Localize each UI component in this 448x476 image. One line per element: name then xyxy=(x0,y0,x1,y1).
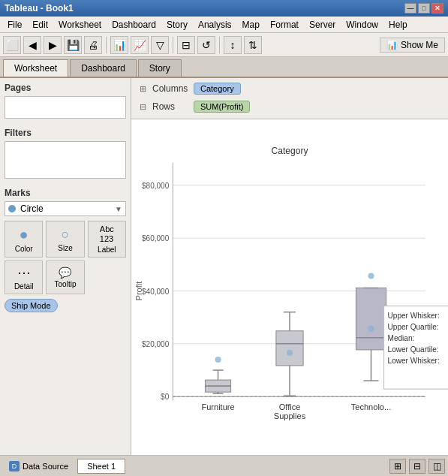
rows-pill[interactable]: SUM(Profit) xyxy=(194,101,250,113)
officesupplies-box xyxy=(276,331,303,366)
tooltip-upper-whisker-label: Upper Whisker: xyxy=(388,312,440,320)
datasource-icon: D xyxy=(9,461,20,471)
officesupplies-dot xyxy=(287,350,293,356)
new-button[interactable]: ⬜ xyxy=(3,36,21,54)
technology-dot-1 xyxy=(368,326,374,332)
menu-server[interactable]: Server xyxy=(305,18,340,32)
filter-button[interactable]: ⊟ xyxy=(177,36,195,54)
marks-detail-button[interactable]: ⋯ Detail xyxy=(5,261,43,294)
menu-file[interactable]: File xyxy=(3,18,26,32)
new-dashboard-button[interactable]: ⊟ xyxy=(409,459,425,474)
filters-label: Filters xyxy=(5,128,126,138)
chart-canvas: Category Profit $0 $20,000 $40,000 $60,0… xyxy=(131,119,448,455)
x-label-technology: Technolo... xyxy=(351,402,391,411)
color-label: Color xyxy=(15,245,33,253)
pages-label: Pages xyxy=(5,83,126,93)
chart-type-button[interactable]: 📈 xyxy=(131,36,149,54)
sheet1-tab[interactable]: Sheet 1 xyxy=(77,459,125,474)
filters-box xyxy=(5,141,126,179)
minimize-button[interactable]: — xyxy=(404,3,416,14)
x-label-furniture: Furniture xyxy=(201,402,234,411)
save-button[interactable]: 💾 xyxy=(64,36,82,54)
size-icon: ○ xyxy=(62,227,70,243)
close-button[interactable]: ✕ xyxy=(431,3,443,14)
tooltip-label: Tooltip xyxy=(55,280,77,288)
datasource-tab[interactable]: D Data Source xyxy=(3,459,74,474)
label-icon: Abc123 xyxy=(100,224,114,244)
menu-worksheet[interactable]: Worksheet xyxy=(54,18,106,32)
columns-label: Columns xyxy=(152,83,194,94)
show-me-button[interactable]: 📊 Show Me xyxy=(380,38,445,53)
title-bar: Tableau - Book1 — □ ✕ xyxy=(0,0,448,17)
y-label-0: $0 xyxy=(161,393,170,401)
menu-map[interactable]: Map xyxy=(238,18,264,32)
forward-button[interactable]: ▶ xyxy=(44,36,62,54)
size-label: Size xyxy=(58,244,72,252)
refresh-button[interactable]: ↺ xyxy=(197,36,215,54)
filters-section: Filters xyxy=(5,128,126,179)
left-panel: Pages Filters Marks Circle ▼ ● Color ○ xyxy=(0,78,131,455)
filter-pill-container: Ship Mode xyxy=(5,299,126,312)
main-layout: Pages Filters Marks Circle ▼ ● Color ○ xyxy=(0,78,448,455)
sort-desc-button[interactable]: ⇅ xyxy=(244,36,262,54)
window-controls: — □ ✕ xyxy=(404,3,443,14)
toolbar: ⬜ ◀ ▶ 💾 🖨 📊 📈 ▽ ⊟ ↺ ↕ ⇅ 📊 Show Me xyxy=(0,33,448,57)
marks-size-button[interactable]: ○ Size xyxy=(46,221,84,258)
x-label-officesupplies-2: Supplies xyxy=(274,411,306,420)
label-label: Label xyxy=(98,246,116,254)
print-button[interactable]: 🖨 xyxy=(84,36,102,54)
marks-type-dropdown[interactable]: Circle ▼ xyxy=(5,201,126,216)
menu-story[interactable]: Story xyxy=(162,18,192,32)
menu-edit[interactable]: Edit xyxy=(28,18,53,32)
marks-label-button[interactable]: Abc123 Label xyxy=(88,221,126,258)
color-icon: ● xyxy=(20,226,29,243)
new-story-button[interactable]: ◫ xyxy=(428,459,445,474)
menu-help[interactable]: Help xyxy=(384,18,412,32)
columns-pill[interactable]: Category xyxy=(194,83,241,95)
pages-section: Pages xyxy=(5,83,126,119)
marks-color-button[interactable]: ● Color xyxy=(5,221,43,258)
tab-dashboard[interactable]: Dashboard xyxy=(70,59,137,77)
bottom-icons: ⊞ ⊟ ◫ xyxy=(389,459,445,474)
show-me-chart-icon: 📊 xyxy=(386,40,398,50)
marks-label: Marks xyxy=(5,188,126,198)
menu-bar: File Edit Worksheet Dashboard Story Anal… xyxy=(0,17,448,33)
ship-mode-filter-pill[interactable]: Ship Mode xyxy=(5,299,58,312)
chart-svg: Category Profit $0 $20,000 $40,000 $60,0… xyxy=(131,119,448,455)
tabs-row: Worksheet Dashboard Story xyxy=(0,57,448,78)
rows-shelf-row: ⊟ Rows SUM(Profit) xyxy=(136,98,443,115)
marks-buttons-grid: ● Color ○ Size Abc123 Label ⋯ Detail 💬 xyxy=(5,221,126,294)
shelves: ⊞ Columns Category ⊟ Rows SUM(Profit) xyxy=(131,78,448,119)
show-me-label: Show Me xyxy=(401,40,438,50)
new-sheet-button[interactable]: ⊞ xyxy=(389,459,406,474)
chart-area: ⊞ Columns Category ⊟ Rows SUM(Profit) Ca… xyxy=(131,78,448,455)
tab-worksheet[interactable]: Worksheet xyxy=(3,59,68,77)
tooltip-median-label: Median: xyxy=(388,334,415,342)
technology-box xyxy=(356,288,386,350)
y-label-20k: $20,000 xyxy=(142,340,170,348)
y-label-60k: $60,000 xyxy=(142,234,170,243)
rows-label: Rows xyxy=(152,101,194,112)
columns-shelf-row: ⊞ Columns Category xyxy=(136,80,443,97)
x-label-officesupplies-1: Office xyxy=(279,402,301,411)
title-text: Tableau - Book1 xyxy=(5,3,74,14)
separator-1 xyxy=(106,37,107,53)
menu-window[interactable]: Window xyxy=(341,18,383,32)
datasource-label: Data Source xyxy=(23,462,68,471)
marks-tooltip-button[interactable]: 💬 Tooltip xyxy=(46,261,84,294)
tooltip-upper-quartile-label: Upper Quartile: xyxy=(388,323,439,331)
furniture-outlier-dot xyxy=(215,357,221,363)
pages-box xyxy=(5,96,126,119)
tab-story[interactable]: Story xyxy=(138,59,182,77)
menu-analysis[interactable]: Analysis xyxy=(194,18,236,32)
back-button[interactable]: ◀ xyxy=(23,36,41,54)
maximize-button[interactable]: □ xyxy=(418,3,430,14)
tooltip-icon: 💬 xyxy=(59,267,71,279)
menu-dashboard[interactable]: Dashboard xyxy=(107,18,161,32)
bottom-bar: D Data Source Sheet 1 ⊞ ⊟ ◫ xyxy=(0,455,448,476)
menu-format[interactable]: Format xyxy=(266,18,303,32)
tooltip-lower-whisker-label: Lower Whisker: xyxy=(388,357,440,365)
chart-dropdown-button[interactable]: ▽ xyxy=(151,36,169,54)
sort-asc-button[interactable]: ↕ xyxy=(224,36,242,54)
chart-bar-button[interactable]: 📊 xyxy=(110,36,128,54)
